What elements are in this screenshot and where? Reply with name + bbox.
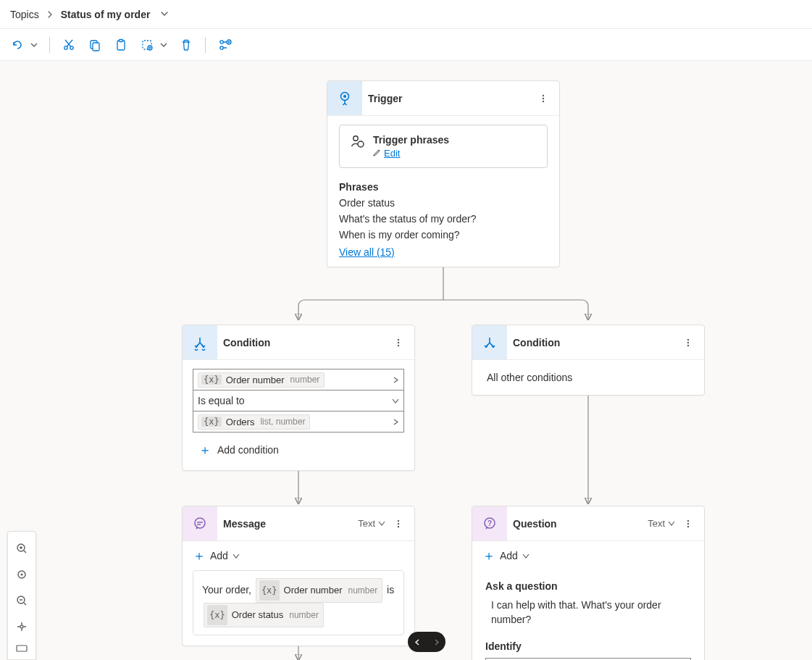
svg-point-16 [343,95,346,98]
zoom-in-button[interactable] [12,538,31,559]
message-title: Message [217,518,358,530]
message-node[interactable]: Message Text ＋ Add Your order, {x} Order… [182,506,415,646]
cut-button[interactable] [59,35,79,55]
undo-button[interactable] [7,35,28,55]
branch-icon [472,325,507,359]
svg-point-31 [398,522,399,524]
reset-view-button[interactable] [12,616,31,638]
fit-button[interactable] [12,564,31,585]
question-text[interactable]: I can help with that. What's your order … [491,598,691,627]
question-add-button[interactable]: ＋ Add [472,541,704,570]
svg-point-36 [687,522,689,524]
undo-dropdown[interactable] [28,35,41,55]
more-menu-icon[interactable] [679,515,697,532]
else-condition-text: All other conditions [487,372,572,383]
minimap-button[interactable] [12,642,31,655]
copy-button[interactable] [85,35,105,55]
plus-icon: ＋ [198,441,212,459]
plus-icon: ＋ [482,547,495,564]
breadcrumb-root[interactable]: Topics [10,9,39,20]
svg-point-17 [543,94,544,96]
condition-node-right[interactable]: Condition All other conditions [472,325,705,396]
delete-button[interactable] [176,35,196,55]
more-menu-icon[interactable] [390,515,407,532]
toolbar [0,29,812,61]
view-all-link[interactable]: View all (15) [339,246,395,258]
svg-point-0 [64,46,67,49]
svg-point-25 [398,344,399,346]
message-type-tag[interactable]: Text [358,518,385,529]
svg-point-40 [21,574,23,576]
svg-point-27 [687,341,689,343]
pager-next-button[interactable] [427,632,445,652]
condition-variable-2[interactable]: {x} Orders list, number [193,411,404,433]
variables-button[interactable] [214,35,235,55]
svg-rect-43 [17,646,27,651]
condition-operator[interactable]: Is equal to [193,390,404,412]
svg-point-9 [220,46,223,49]
question-title: Question [507,518,648,530]
variation-pager [408,632,445,652]
more-menu-icon[interactable] [535,90,552,107]
identify-field[interactable] [485,658,691,660]
svg-point-20 [353,136,358,141]
add-label: Add [210,550,228,561]
add-condition-button[interactable]: ＋ Add condition [193,433,404,461]
svg-point-1 [70,46,73,49]
identify-heading: Identify [485,640,691,652]
condition-node-left[interactable]: Condition {x} Order number number [182,325,415,471]
variable-icon: {x} [207,605,227,625]
more-menu-icon[interactable] [679,334,697,351]
chevron-down-icon [233,553,240,559]
chevron-down-icon[interactable] [160,9,169,20]
breadcrumb: Topics Status of my order [0,0,812,29]
svg-point-28 [687,344,689,346]
paste-button[interactable] [111,35,131,55]
message-text-part: is [387,584,394,596]
trigger-icon [327,81,362,115]
svg-point-18 [543,97,544,99]
zoom-out-button[interactable] [12,590,31,611]
breadcrumb-current[interactable]: Status of my order [61,9,151,20]
trigger-node[interactable]: Trigger … Trigger phrases Edit [327,80,560,267]
operator-label: Is equal to [198,395,245,406]
trigger-phrases-heading: Trigger phrases [373,134,537,146]
phrases-heading: Phrases [339,181,548,193]
svg-point-24 [398,341,399,343]
variable-chip: {x} Order number number [256,578,382,603]
variable-chip: {x} Order status number [204,603,324,627]
edit-link[interactable]: Edit [384,148,400,159]
phrase-item: When is my order coming? [339,229,548,241]
phrase-item: Order status [339,197,548,209]
phrase-item: What's the status of my order? [339,213,548,225]
pager-prev-button[interactable] [408,632,427,652]
svg-text:?: ? [487,519,492,527]
condition-variable-1[interactable]: {x} Order number number [193,369,404,390]
more-menu-icon[interactable] [390,334,407,351]
question-node[interactable]: ? Question Text ＋ Add Ask a question I c… [472,506,705,660]
select-button[interactable] [137,35,157,55]
question-type-tag[interactable]: Text [648,518,675,529]
message-icon [183,506,217,540]
svg-rect-3 [93,43,99,51]
branch-icon [183,325,217,359]
condition-title: Condition [217,337,390,348]
message-add-button[interactable]: ＋ Add [183,541,414,570]
select-dropdown[interactable] [157,35,170,55]
condition-title: Condition [507,337,679,348]
svg-point-32 [398,525,399,527]
svg-point-26 [687,338,689,340]
chevron-right-icon [393,374,399,385]
variable-icon: {x} [201,375,222,385]
authoring-canvas[interactable]: Trigger … Trigger phrases Edit [0,61,812,660]
svg-point-42 [20,625,23,628]
ask-question-heading: Ask a question [485,580,691,592]
chevron-right-icon [393,416,399,427]
plus-icon: ＋ [193,547,206,564]
edit-icon [373,148,381,159]
message-text[interactable]: Your order, {x} Order number number is {… [193,570,404,635]
chevron-right-icon [46,9,54,20]
svg-text:…: … [359,142,363,146]
trigger-phrases-card[interactable]: … Trigger phrases Edit [339,125,548,168]
svg-point-30 [398,519,399,521]
